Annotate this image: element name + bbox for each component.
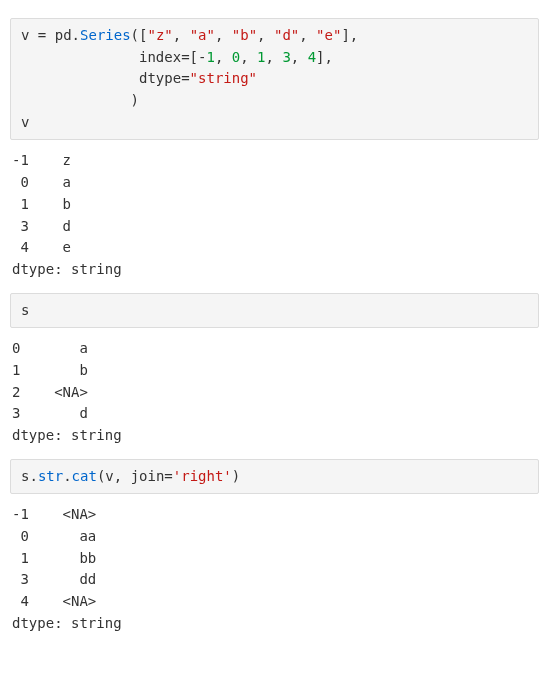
comma: , xyxy=(215,27,232,43)
var-s: s xyxy=(21,302,29,318)
comma: , xyxy=(173,27,190,43)
comma: , xyxy=(299,27,316,43)
op-eq: = xyxy=(181,70,189,86)
comma: , xyxy=(350,27,358,43)
code-cell-1: v = pd.Series(["z", "a", "b", "d", "e"],… xyxy=(10,18,539,140)
bracket-close: ] xyxy=(341,27,349,43)
comma: , xyxy=(325,49,333,65)
str-b: "b" xyxy=(232,27,257,43)
output-2: 0 a 1 b 2 <NA> 3 d dtype: string xyxy=(10,336,539,448)
module-pd: pd xyxy=(55,27,72,43)
pad xyxy=(21,92,131,108)
comma: , xyxy=(291,49,308,65)
code-cell-2: s xyxy=(10,293,539,329)
comma: , xyxy=(114,468,131,484)
output-1: -1 z 0 a 1 b 3 d 4 e dtype: string xyxy=(10,148,539,282)
str-e: "e" xyxy=(316,27,341,43)
comma: , xyxy=(215,49,232,65)
paren-close: ) xyxy=(131,92,139,108)
op-assign: = xyxy=(29,27,54,43)
num-0: 0 xyxy=(232,49,240,65)
num-1b: 1 xyxy=(257,49,265,65)
num-1: 1 xyxy=(206,49,214,65)
comma: , xyxy=(257,27,274,43)
dot: . xyxy=(72,27,80,43)
kw-index: index xyxy=(139,49,181,65)
str-string: "string" xyxy=(190,70,257,86)
dot: . xyxy=(29,468,37,484)
op-eq: = xyxy=(181,49,189,65)
func-series: Series xyxy=(80,27,131,43)
output-text: -1 z 0 a 1 b 3 d 4 e dtype: string xyxy=(12,150,537,280)
dot: . xyxy=(63,468,71,484)
output-text: -1 <NA> 0 aa 1 bb 3 dd 4 <NA> dtype: str… xyxy=(12,504,537,634)
kw-dtype: dtype xyxy=(139,70,181,86)
code: s.str.cat(v, join='right') xyxy=(21,466,528,488)
pad xyxy=(21,70,139,86)
op-eq: = xyxy=(164,468,172,484)
var-v-echo: v xyxy=(21,114,29,130)
accessor-str: str xyxy=(38,468,63,484)
kw-join: join xyxy=(131,468,165,484)
str-a: "a" xyxy=(190,27,215,43)
comma: , xyxy=(266,49,283,65)
str-d: "d" xyxy=(274,27,299,43)
arg-v: v xyxy=(105,468,113,484)
code-cell-3: s.str.cat(v, join='right') xyxy=(10,459,539,495)
output-text: 0 a 1 b 2 <NA> 3 d dtype: string xyxy=(12,338,537,446)
str-right: 'right' xyxy=(173,468,232,484)
bracket-close: ] xyxy=(316,49,324,65)
output-3: -1 <NA> 0 aa 1 bb 3 dd 4 <NA> dtype: str… xyxy=(10,502,539,636)
bracket-open: [ xyxy=(190,49,198,65)
code: s xyxy=(21,300,528,322)
paren-open: ( xyxy=(131,27,139,43)
code: v = pd.Series(["z", "a", "b", "d", "e"],… xyxy=(21,25,528,133)
num-4: 4 xyxy=(308,49,316,65)
paren-close: ) xyxy=(232,468,240,484)
pad xyxy=(21,49,139,65)
num-3: 3 xyxy=(282,49,290,65)
comma: , xyxy=(240,49,257,65)
str-z: "z" xyxy=(147,27,172,43)
method-cat: cat xyxy=(72,468,97,484)
